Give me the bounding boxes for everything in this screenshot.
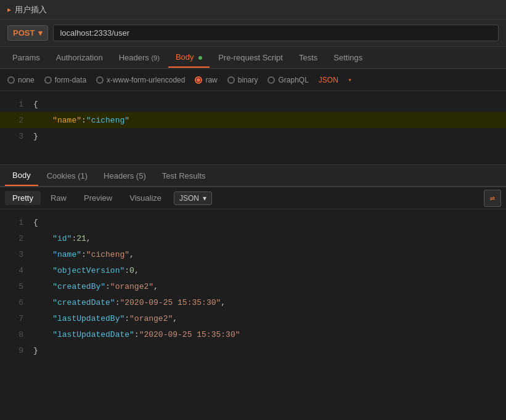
resp-line-5: 5 "createdBy" : "orange2" , (0, 278, 506, 294)
bottom-tab-cookies[interactable]: Cookies (1) (39, 166, 95, 185)
resp-comma-6: , (221, 298, 226, 307)
resp-key-lastupdateddate: "lastUpdatedDate" (52, 330, 134, 339)
tab-tests-label: Tests (299, 53, 317, 62)
tab-headers-label: Headers (119, 53, 149, 62)
response-sub-tabs: Pretty Raw Preview Visualize JSON ▾ ⇌ (0, 187, 506, 209)
subtab-visualize[interactable]: Visualize (122, 191, 169, 205)
tab-body-dot (198, 56, 202, 60)
bottom-tab-body-label: Body (12, 171, 31, 180)
resp-num-7: 7 (5, 314, 23, 323)
code-brace-close: } (33, 132, 38, 141)
tab-headers-badge: (9) (151, 54, 159, 62)
body-type-row: none form-data x-www-form-urlencoded raw… (0, 69, 506, 91)
bottom-tab-testresults[interactable]: Test Results (155, 166, 213, 185)
request-tabs: Params Authorization Headers (9) Body Pr… (0, 47, 506, 69)
subtab-raw[interactable]: Raw (43, 191, 74, 205)
tab-authorization-label: Authorization (56, 53, 103, 62)
code-colon: : (81, 116, 86, 125)
line-num-3: 3 (5, 132, 23, 141)
radio-form-data-label: form-data (55, 76, 86, 84)
tab-prerequest-label: Pre-request Script (218, 53, 283, 62)
radio-graphql[interactable]: GraphQL (267, 76, 308, 84)
resp-colon-8: : (134, 330, 139, 339)
code-brace-open: { (33, 100, 38, 109)
response-body-viewer: 1 { 2 "id" : 21 , 3 "name" : "cicheng" ,… (0, 209, 506, 363)
resp-comma-7: , (173, 314, 178, 323)
radio-binary-circle (227, 76, 235, 84)
response-json-dropdown[interactable]: JSON ▾ (174, 192, 212, 205)
tab-body[interactable]: Body (168, 47, 210, 68)
resp-num-9: 9 (5, 346, 23, 355)
resp-num-6: 6 (5, 298, 23, 307)
json-format-dropdown-icon[interactable]: ▾ (348, 76, 352, 84)
tab-settings[interactable]: Settings (326, 48, 370, 67)
code-line-1: 1 { (0, 96, 506, 112)
code-value-cicheng: "cicheng" (86, 116, 129, 125)
bottom-tab-body[interactable]: Body (5, 166, 38, 186)
resp-colon-6: : (115, 298, 120, 307)
resp-line-7: 7 "lastUpdatedBy" : "orange2" , (0, 310, 506, 326)
tab-body-label: Body (176, 52, 194, 62)
resp-val-lastupdateddate: "2020-09-25 15:35:30" (139, 330, 240, 339)
subtab-preview[interactable]: Preview (76, 191, 120, 205)
radio-form-data[interactable]: form-data (44, 76, 86, 84)
radio-form-data-circle (44, 76, 52, 84)
resp-colon-2: : (71, 234, 76, 243)
resp-key-lastupdatedby: "lastUpdatedBy" (52, 314, 124, 323)
bottom-tab-testresults-label: Test Results (162, 171, 206, 180)
resp-line-4: 4 "objectVersion" : 0 , (0, 262, 506, 278)
resp-num-3: 3 (5, 250, 23, 259)
method-dropdown-icon: ▾ (38, 28, 43, 38)
breadcrumb-bar: ▶ 用户插入 (0, 0, 506, 20)
resp-val-objectversion: 0 (129, 266, 134, 275)
tab-tests[interactable]: Tests (292, 48, 325, 67)
radio-urlencoded[interactable]: x-www-form-urlencoded (96, 76, 185, 84)
resp-line-1: 1 { (0, 214, 506, 230)
code-line-3: 3 } (0, 128, 506, 144)
subtab-pretty[interactable]: Pretty (5, 191, 41, 205)
subtab-raw-label: Raw (51, 193, 67, 203)
wrap-icon-button[interactable]: ⇌ (484, 190, 501, 207)
tab-headers[interactable]: Headers (9) (112, 48, 167, 67)
method-select[interactable]: POST ▾ (7, 25, 48, 41)
line-num-2: 2 (5, 116, 23, 125)
tab-authorization[interactable]: Authorization (49, 48, 110, 67)
resp-key-name: "name" (52, 250, 81, 259)
resp-comma-3: , (129, 250, 134, 259)
tab-params-label: Params (12, 53, 40, 62)
url-input[interactable] (53, 25, 499, 41)
tab-prerequest[interactable]: Pre-request Script (211, 48, 290, 67)
tab-settings-label: Settings (333, 53, 362, 62)
line-num-1: 1 (5, 100, 23, 109)
resp-key-createdby: "createdBy" (52, 282, 105, 291)
resp-line-8: 8 "lastUpdatedDate" : "2020-09-25 15:35:… (0, 326, 506, 342)
radio-graphql-circle (267, 76, 275, 84)
resp-key-createddate: "createdDate" (52, 298, 115, 307)
radio-urlencoded-circle (96, 76, 104, 84)
radio-raw-circle (195, 76, 202, 84)
url-bar: POST ▾ (0, 20, 506, 47)
code-line-2: 2 "name":"cicheng" (0, 112, 506, 128)
resp-comma-5: , (153, 282, 158, 291)
resp-colon-7: : (124, 314, 129, 323)
resp-line-9: 9 } (0, 342, 506, 358)
resp-brace-open: { (33, 218, 38, 227)
bottom-tab-headers-label: Headers (5) (104, 171, 146, 180)
wrap-icon-symbol: ⇌ (490, 193, 495, 203)
method-label: POST (13, 28, 35, 38)
breadcrumb-arrow-icon: ▶ (7, 6, 11, 14)
radio-none[interactable]: none (7, 76, 35, 84)
bottom-tab-headers[interactable]: Headers (5) (96, 166, 153, 185)
subtab-preview-label: Preview (84, 193, 112, 203)
radio-raw[interactable]: raw (195, 76, 217, 84)
request-body-editor[interactable]: 1 { 2 "name":"cicheng" 3 } (0, 91, 506, 165)
resp-val-createddate: "2020-09-25 15:35:30" (120, 298, 221, 307)
radio-binary[interactable]: binary (227, 76, 258, 84)
resp-colon-3: : (81, 250, 86, 259)
resp-comma-2: , (86, 234, 91, 243)
resp-num-5: 5 (5, 282, 23, 291)
tab-params[interactable]: Params (5, 48, 47, 67)
subtab-visualize-label: Visualize (129, 193, 161, 203)
resp-val-lastupdatedby: "orange2" (129, 314, 173, 323)
resp-num-1: 1 (5, 218, 23, 227)
